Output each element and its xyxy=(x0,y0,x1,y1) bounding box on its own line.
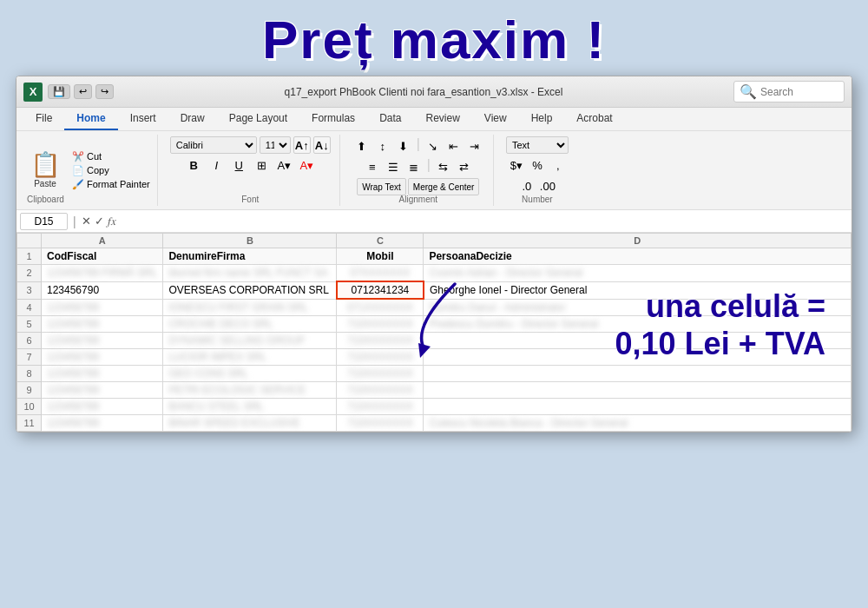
cell-d9[interactable] xyxy=(424,382,852,399)
rtl-button[interactable]: ⇆ xyxy=(434,157,453,176)
cell-b8[interactable]: GEO CONS SRL xyxy=(163,366,337,382)
cell-b4[interactable]: IONESCU FIRST GRAIN SRL xyxy=(163,299,337,316)
align-center-button[interactable]: ☰ xyxy=(384,157,403,176)
cell-b2[interactable]: blurred firm name SRL FUNCT SA xyxy=(163,265,337,282)
tab-home[interactable]: Home xyxy=(64,108,117,130)
merge-center-button[interactable]: Merge & Center xyxy=(408,178,480,195)
underline-button[interactable]: U xyxy=(229,155,248,175)
cell-a7[interactable]: 123456789 xyxy=(42,349,163,366)
bold-button[interactable]: B xyxy=(184,155,203,175)
tab-page-layout[interactable]: Page Layout xyxy=(217,108,299,130)
cell-b9[interactable]: PETRI ECOLOGIC SERVICE xyxy=(163,382,337,399)
comma-button[interactable]: , xyxy=(549,155,568,175)
col-header-d[interactable]: D xyxy=(424,234,852,248)
ltr-button[interactable]: ⇄ xyxy=(455,157,474,176)
indent-increase-button[interactable]: ⇥ xyxy=(465,136,484,155)
cell-d11[interactable]: Culescu Nicoleta Bianca - Director Gener… xyxy=(424,415,852,432)
cell-d1[interactable]: PersoanaDecizie xyxy=(424,248,852,265)
align-right-button[interactable]: ≣ xyxy=(404,157,424,176)
cell-c6[interactable]: 710XXXXXXX xyxy=(337,333,424,349)
cut-button[interactable]: ✂️ Cut xyxy=(70,150,152,163)
align-bottom-button[interactable]: ⬇ xyxy=(394,136,413,155)
cell-c5[interactable]: 710XXXXXXX xyxy=(337,316,424,333)
tab-acrobat[interactable]: Acrobat xyxy=(564,108,624,130)
col-header-a[interactable]: A xyxy=(42,234,163,248)
indent-decrease-button[interactable]: ⇤ xyxy=(444,136,464,155)
redo-button[interactable]: ↪ xyxy=(95,84,114,99)
number-format-select[interactable]: Text xyxy=(506,136,569,154)
decrease-decimal-button[interactable]: .0 xyxy=(517,176,536,195)
border-button[interactable]: ⊞ xyxy=(252,155,271,175)
cell-d10[interactable] xyxy=(424,399,852,415)
price-text-line2: 0,10 Lei + TVA xyxy=(615,325,825,362)
col-header-c[interactable]: C xyxy=(337,234,424,248)
cell-c8[interactable]: 710XXXXXXX xyxy=(337,366,424,382)
wrap-text-button[interactable]: Wrap Text xyxy=(357,178,406,195)
number-label: Number xyxy=(522,195,553,204)
cell-b5[interactable]: CROCHIE DECO SRL xyxy=(163,316,337,333)
tab-view[interactable]: View xyxy=(472,108,519,130)
cell-c1[interactable]: Mobil xyxy=(337,248,424,265)
cancel-formula-icon[interactable]: ✕ xyxy=(82,215,91,228)
tab-help[interactable]: Help xyxy=(519,108,565,130)
cell-b6[interactable]: DYNAMIC SELLING GROUP xyxy=(163,333,337,349)
cell-c9[interactable]: 710XXXXXXX xyxy=(337,382,424,399)
undo-button[interactable]: ↩ xyxy=(74,84,92,99)
cell-b3[interactable]: OVERSEAS CORPORATION SRL xyxy=(163,281,337,299)
cell-c7[interactable]: 710XXXXXXX xyxy=(337,349,424,366)
cell-a4[interactable]: 123456789 xyxy=(42,299,163,316)
cell-a9[interactable]: 123456789 xyxy=(42,382,163,399)
search-box[interactable]: 🔍 xyxy=(733,81,845,102)
cell-a5[interactable]: 123456789 xyxy=(42,316,163,333)
cell-d2[interactable]: Cosmin Adrian - Director General xyxy=(424,265,852,282)
cell-a11[interactable]: 123456789 xyxy=(42,415,163,432)
increase-font-button[interactable]: A↑ xyxy=(293,136,311,154)
formula-input[interactable] xyxy=(120,215,848,228)
insert-function-icon[interactable]: 𝑓𝑥 xyxy=(108,215,116,228)
cell-a6[interactable]: 123456789 xyxy=(42,333,163,349)
align-left-button[interactable]: ≡ xyxy=(363,157,382,176)
font-size-select[interactable]: 11 xyxy=(260,136,291,154)
text-direction-button[interactable]: ↘ xyxy=(424,136,443,155)
cell-c2[interactable]: 07XXXXXXX xyxy=(337,265,424,282)
currency-button[interactable]: $▾ xyxy=(507,155,526,175)
percent-button[interactable]: % xyxy=(528,155,547,175)
copy-button[interactable]: 📄 Copy xyxy=(70,164,152,177)
tab-insert[interactable]: Insert xyxy=(118,108,168,130)
align-top-button[interactable]: ⬆ xyxy=(352,136,372,155)
table-row: 11 123456789 BINAR SPEED EXCLUSIVE 710XX… xyxy=(17,415,852,432)
search-input[interactable] xyxy=(760,86,838,98)
confirm-formula-icon[interactable]: ✓ xyxy=(95,215,104,228)
cell-b1[interactable]: DenumireFirma xyxy=(163,248,337,265)
font-name-select[interactable]: Calibri xyxy=(170,136,257,154)
cell-c11[interactable]: 710XXXXXXX xyxy=(337,415,424,432)
cell-a3[interactable]: 123456790 xyxy=(42,281,163,299)
cell-reference-input[interactable] xyxy=(20,213,68,230)
cell-b11[interactable]: BINAR SPEED EXCLUSIVE xyxy=(163,415,337,432)
cell-a10[interactable]: 123456789 xyxy=(42,399,163,415)
tab-file[interactable]: File xyxy=(23,108,64,130)
italic-button[interactable]: I xyxy=(207,155,226,175)
format-painter-button[interactable]: 🖌️ Format Painter xyxy=(70,178,152,191)
fill-color-button[interactable]: A▾ xyxy=(274,155,293,175)
tab-formulas[interactable]: Formulas xyxy=(299,108,367,130)
tab-data[interactable]: Data xyxy=(367,108,413,130)
cell-c3[interactable]: 0712341234 xyxy=(337,281,424,299)
excel-window: X 💾 ↩ ↪ q17_export PhBook Clienti noi fa… xyxy=(16,76,852,433)
tab-draw[interactable]: Draw xyxy=(168,108,217,130)
cell-c10[interactable]: 710XXXXXXX xyxy=(337,399,424,415)
cell-a2[interactable]: 123456789 FIRMĂ SRL xyxy=(42,265,163,282)
save-button[interactable]: 💾 xyxy=(48,84,70,99)
cell-b10[interactable]: BANCU STEEL SRL xyxy=(163,399,337,415)
col-header-b[interactable]: B xyxy=(163,234,337,248)
cell-b7[interactable]: LUCIOR IMPEX SRL xyxy=(163,349,337,366)
decrease-font-button[interactable]: A↓ xyxy=(313,136,331,154)
align-middle-button[interactable]: ↕ xyxy=(373,136,392,155)
cell-a8[interactable]: 123456789 xyxy=(42,366,163,382)
cell-d8[interactable] xyxy=(424,366,852,382)
cell-c4[interactable]: 071XXXXXXX xyxy=(337,299,424,316)
tab-review[interactable]: Review xyxy=(413,108,471,130)
font-color-button[interactable]: A▾ xyxy=(297,155,316,175)
cell-a1[interactable]: CodFiscal xyxy=(42,248,163,265)
increase-decimal-button[interactable]: .00 xyxy=(538,176,557,195)
